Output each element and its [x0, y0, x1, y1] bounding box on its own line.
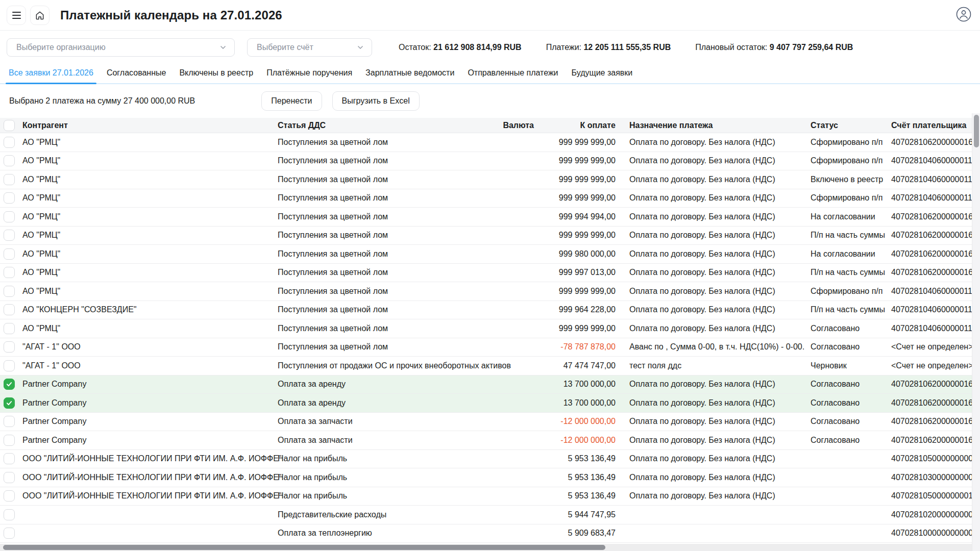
- row-checkbox[interactable]: [4, 435, 15, 446]
- row-checkbox[interactable]: [4, 453, 15, 464]
- tab-in-registry[interactable]: Включены в реестр: [176, 65, 256, 83]
- cell-article: Поступления за цветной лом: [274, 342, 488, 352]
- tab-all-requests[interactable]: Все заявки 27.01.2026: [6, 65, 96, 83]
- cell-account: 40702810000000000032: [891, 529, 980, 538]
- row-checkbox-cell: [0, 509, 18, 520]
- home-button[interactable]: [30, 6, 50, 25]
- cell-article: Поступления за цветной лом: [274, 175, 488, 184]
- cell-contractor: АО "РМЦ": [18, 175, 274, 184]
- cell-account: 40702810620000001601,: [891, 212, 980, 221]
- table-row[interactable]: АО "РМЦ" Поступления за цветной лом 999 …: [0, 133, 980, 152]
- row-checkbox[interactable]: [4, 211, 15, 222]
- table-row[interactable]: АО "РМЦ" Поступления за цветной лом 999 …: [0, 170, 980, 189]
- cell-purpose: Оплата по договору. Без налога (НДС): [616, 138, 810, 147]
- tab-future-requests[interactable]: Будущие заявки: [569, 65, 636, 83]
- select-all-checkbox[interactable]: [4, 120, 15, 131]
- cell-article: Оплата за запчасти: [274, 417, 488, 426]
- tab-approved[interactable]: Согласованные: [104, 65, 169, 83]
- cell-amount: 5 909 683,47: [534, 529, 616, 538]
- cell-article: Поступления за цветной лом: [274, 305, 488, 314]
- row-checkbox[interactable]: [4, 304, 15, 315]
- tab-payment-orders[interactable]: Платёжные поручения: [263, 65, 355, 83]
- vertical-scrollbar-thumb[interactable]: [974, 115, 979, 147]
- cell-article: Поступления за цветной лом: [274, 231, 488, 240]
- table-header-row: Контрагент Статья ДДС Валюта К оплате На…: [0, 118, 980, 133]
- table-row[interactable]: Оплата за теплоэнергию 5 909 683,47 4070…: [0, 524, 980, 543]
- organization-select[interactable]: Выберите организацию: [7, 38, 235, 57]
- cell-article: Поступления от продажи ОС и прочих внеоб…: [274, 361, 488, 370]
- table-row[interactable]: АО "РМЦ" Поступления за цветной лом 999 …: [0, 282, 980, 301]
- row-checkbox[interactable]: [4, 379, 15, 390]
- table-row[interactable]: Partner Company Оплата за аренду 13 700 …: [0, 394, 980, 413]
- stat-planned-balance-label: Плановый остаток:: [695, 43, 767, 52]
- row-checkbox[interactable]: [4, 137, 15, 148]
- table-row[interactable]: АО "РМЦ" Поступления за цветной лом 999 …: [0, 319, 980, 338]
- col-purpose: Назначение платежа: [616, 121, 810, 130]
- cell-purpose: Оплата по договору. Без налога (НДС): [616, 231, 810, 240]
- table-row[interactable]: АО "РМЦ" Поступления за цветной лом 999 …: [0, 264, 980, 283]
- row-checkbox[interactable]: [4, 192, 15, 204]
- cell-article: Налог на прибыль: [274, 454, 488, 463]
- row-checkbox[interactable]: [4, 174, 15, 185]
- row-checkbox[interactable]: [4, 490, 15, 502]
- vertical-scrollbar[interactable]: [972, 113, 980, 551]
- table-row[interactable]: "АГАТ - 1" ООО Поступления за цветной ло…: [0, 338, 980, 357]
- export-excel-button[interactable]: Выгрузить в Excel: [332, 91, 420, 111]
- horizontal-scrollbar-thumb[interactable]: [3, 545, 605, 550]
- user-avatar-button[interactable]: [955, 6, 972, 24]
- table-row[interactable]: АО "РМЦ" Поступления за цветной лом 999 …: [0, 227, 980, 245]
- row-checkbox[interactable]: [4, 286, 15, 297]
- move-button[interactable]: Перенести: [261, 91, 322, 111]
- tab-salary-sheets[interactable]: Зарплатные ведомости: [362, 65, 457, 83]
- cell-contractor: ООО "ЛИТИЙ-ИОННЫЕ ТЕХНОЛОГИИ ПРИ ФТИ ИМ.…: [18, 473, 274, 482]
- stat-planned-balance-value: 9 407 797 259,64 RUB: [770, 43, 853, 52]
- cell-article: Поступления за цветной лом: [274, 287, 488, 296]
- cell-amount: 999 999 999,00: [534, 231, 616, 240]
- cell-account: 40702810300000000084: [891, 473, 980, 482]
- user-icon: [955, 6, 972, 22]
- row-checkbox[interactable]: [4, 472, 15, 483]
- cell-amount: 999 999 999,00: [534, 324, 616, 333]
- row-checkbox[interactable]: [4, 230, 15, 241]
- tab-sent-payments[interactable]: Отправленные платежи: [464, 65, 561, 83]
- table-row[interactable]: АО "РМЦ" Поступления за цветной лом 999 …: [0, 245, 980, 264]
- row-checkbox[interactable]: [4, 341, 15, 353]
- cell-status: Сформировано п/п: [810, 287, 891, 296]
- stat-payments-label: Платежи:: [546, 43, 581, 52]
- table-row[interactable]: Partner Company Оплата за запчасти -12 0…: [0, 431, 980, 450]
- table-row[interactable]: "АГАТ - 1" ООО Поступления от продажи ОС…: [0, 357, 980, 375]
- row-checkbox[interactable]: [4, 323, 15, 334]
- table-row[interactable]: Partner Company Оплата за аренду 13 700 …: [0, 375, 980, 394]
- table-row[interactable]: АО "КОНЦЕРН "СОЗВЕЗДИЕ" Поступления за ц…: [0, 301, 980, 320]
- cell-article: Поступления за цветной лом: [274, 324, 488, 333]
- row-checkbox[interactable]: [4, 267, 15, 278]
- cell-amount: 999 999 999,00: [534, 193, 616, 203]
- account-select[interactable]: Выберите счёт: [247, 38, 372, 57]
- row-checkbox[interactable]: [4, 397, 15, 409]
- cell-contractor: АО "РМЦ": [18, 231, 274, 240]
- filter-bar: Выберите организацию Выберите счёт Остат…: [0, 31, 980, 57]
- table-row[interactable]: АО "РМЦ" Поступления за цветной лом 999 …: [0, 189, 980, 208]
- table-row[interactable]: Partner Company Оплата за запчасти -12 0…: [0, 413, 980, 432]
- cell-purpose: тест поля ддс: [616, 361, 810, 370]
- row-checkbox[interactable]: [4, 509, 15, 520]
- table-row[interactable]: Представительские расходы 5 944 747,95 4…: [0, 506, 980, 524]
- row-checkbox[interactable]: [4, 248, 15, 260]
- row-checkbox[interactable]: [4, 416, 15, 427]
- cell-account: <Счет не определен>: [891, 342, 980, 352]
- row-checkbox[interactable]: [4, 155, 15, 166]
- table-row[interactable]: АО "РМЦ" Поступления за цветной лом 999 …: [0, 152, 980, 171]
- table-row[interactable]: ООО "ЛИТИЙ-ИОННЫЕ ТЕХНОЛОГИИ ПРИ ФТИ ИМ.…: [0, 487, 980, 506]
- table-row[interactable]: ООО "ЛИТИЙ-ИОННЫЕ ТЕХНОЛОГИИ ПРИ ФТИ ИМ.…: [0, 468, 980, 487]
- row-checkbox[interactable]: [4, 528, 15, 539]
- cell-status: П/п на часть суммы: [810, 305, 891, 314]
- row-checkbox[interactable]: [4, 360, 15, 371]
- horizontal-scrollbar[interactable]: [0, 544, 972, 551]
- row-checkbox-cell: [0, 137, 18, 148]
- cell-status: Сформировано п/п: [810, 156, 891, 165]
- col-currency: Валюта: [488, 121, 534, 130]
- menu-button[interactable]: [7, 6, 26, 25]
- cell-status: Согласовано: [810, 436, 891, 445]
- table-row[interactable]: ООО "ЛИТИЙ-ИОННЫЕ ТЕХНОЛОГИИ ПРИ ФТИ ИМ.…: [0, 450, 980, 469]
- table-row[interactable]: АО "РМЦ" Поступления за цветной лом 999 …: [0, 208, 980, 227]
